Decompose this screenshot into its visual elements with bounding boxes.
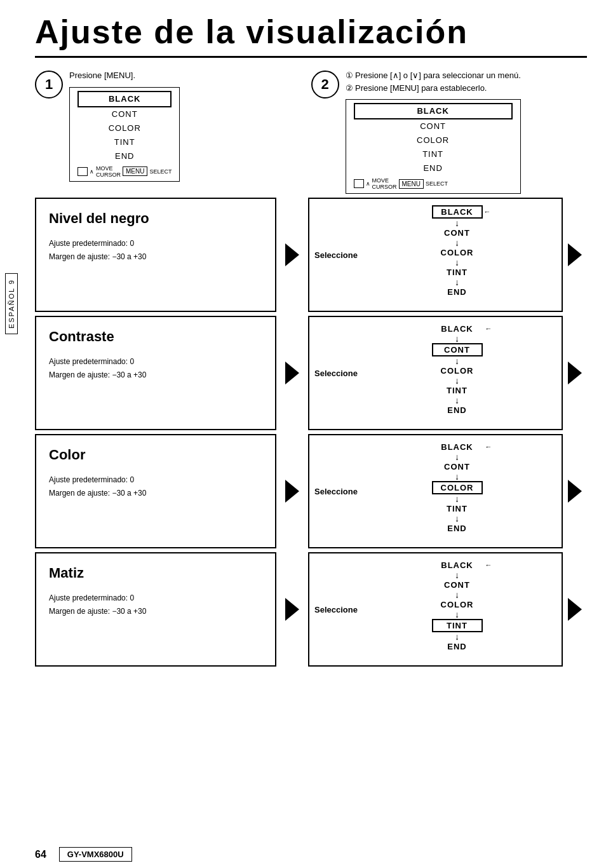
down-arrow-3: ↓ bbox=[455, 494, 459, 503]
down-arrow-1: ↓ bbox=[455, 219, 459, 227]
step2-black: BLACK bbox=[354, 103, 513, 119]
feature-default-contraste: Ajuste predeterminado: 0 bbox=[49, 355, 262, 368]
feature-default-matiz: Ajuste predeterminado: 0 bbox=[49, 592, 262, 604]
select-label-matiz: Seleccione bbox=[314, 605, 358, 614]
menu-item-row-2: ↓COLOR bbox=[432, 238, 483, 258]
feature-left-color: Color Ajuste predeterminado: 0 Margen de… bbox=[35, 434, 276, 548]
down-arrow-4: ↓ bbox=[455, 632, 459, 641]
menu-item-row-3: ↓TINT bbox=[432, 494, 483, 514]
step1-controls: ∧ MOVECURSOR MENU SELECT bbox=[77, 165, 172, 178]
down-arrow-4: ↓ bbox=[455, 396, 459, 405]
step2-menu-btn: MENU bbox=[399, 179, 424, 189]
feature-title-negro: Nivel del negro bbox=[49, 210, 262, 227]
down-arrow-1: ↓ bbox=[455, 452, 459, 461]
menu-item-TINT: TINT bbox=[432, 619, 483, 632]
menu-item-row-3: ↓TINT bbox=[432, 258, 483, 278]
steps-row: 1 Presione [MENU]. BLACK CONT COLOR TINT… bbox=[35, 69, 587, 194]
menu-item-CONT: CONT bbox=[432, 227, 483, 238]
feature-default-negro: Ajuste predeterminado: 0 bbox=[49, 237, 262, 250]
menu-item-COLOR: COLOR bbox=[432, 365, 483, 376]
menu-item-TINT: TINT bbox=[432, 503, 483, 514]
mid-arrow-matiz bbox=[276, 552, 308, 667]
step2-menu: BLACK CONT COLOR TINT END ∧ MOVECURSOR M… bbox=[346, 99, 521, 194]
menu-item-row-1: ↓CONT bbox=[432, 334, 483, 356]
select-label-contraste: Seleccione bbox=[314, 369, 358, 378]
step2-end: END bbox=[354, 161, 513, 175]
down-arrow-3: ↓ bbox=[455, 376, 459, 385]
down-arrow-4: ↓ bbox=[455, 278, 459, 287]
outer-arrow-icon-contraste bbox=[568, 362, 582, 384]
menu-item-END: END bbox=[432, 523, 483, 534]
menu-item-CONT: CONT bbox=[432, 343, 483, 356]
feature-range-color: Margen de ajuste: −30 a +30 bbox=[49, 487, 262, 499]
step2-cont: CONT bbox=[354, 119, 513, 133]
menu-item-TINT: TINT bbox=[432, 267, 483, 278]
feature-range-contraste: Margen de ajuste: −30 a +30 bbox=[49, 369, 262, 381]
feature-right-matiz: SeleccioneBLACK←↓CONT↓COLOR↓TINT↓END bbox=[308, 552, 563, 667]
section-row-contraste: Contraste Ajuste predeterminado: 0 Marge… bbox=[35, 316, 587, 430]
step1-sq bbox=[77, 167, 88, 176]
feature-left-contraste: Contraste Ajuste predeterminado: 0 Marge… bbox=[35, 316, 276, 430]
feature-default-color: Ajuste predeterminado: 0 bbox=[49, 473, 262, 486]
page-number: 64 bbox=[35, 849, 46, 860]
menu-item-row-0: BLACK← bbox=[432, 560, 483, 571]
menu-item-BLACK: BLACK← bbox=[432, 442, 483, 452]
step1-end: END bbox=[77, 149, 172, 163]
step1-black: BLACK bbox=[77, 91, 172, 107]
menu-item-row-4: ↓END bbox=[432, 632, 483, 652]
footer: 64 GY-VMX6800U bbox=[0, 847, 606, 862]
step2-circle: 2 bbox=[311, 71, 339, 98]
outer-arrow-icon-matiz bbox=[568, 598, 582, 621]
menu-item-COLOR: COLOR bbox=[432, 599, 483, 610]
model-number: GY-VMX6800U bbox=[59, 847, 132, 862]
down-arrow-1: ↓ bbox=[455, 334, 459, 343]
mid-arrow-negro bbox=[276, 198, 308, 312]
menu-item-row-4: ↓END bbox=[432, 396, 483, 416]
feature-range-negro: Margen de ajuste: −30 a +30 bbox=[49, 250, 262, 263]
menu-item-row-1: ↓CONT bbox=[432, 571, 483, 590]
step1-text: Presione [MENU]. bbox=[69, 69, 180, 82]
menu-item-row-4: ↓END bbox=[432, 514, 483, 534]
sections-container: Nivel del negro Ajuste predeterminado: 0… bbox=[35, 198, 587, 667]
step2-sq bbox=[354, 179, 364, 188]
feature-left-matiz: Matiz Ajuste predeterminado: 0 Margen de… bbox=[35, 552, 276, 667]
menu-item-BLACK: BLACK← bbox=[432, 323, 483, 334]
menu-item-TINT: TINT bbox=[432, 385, 483, 396]
menu-item-COLOR: COLOR bbox=[432, 481, 483, 494]
feature-left-negro: Nivel del negro Ajuste predeterminado: 0… bbox=[35, 198, 276, 312]
select-label-negro: Seleccione bbox=[314, 250, 358, 260]
down-arrow-3: ↓ bbox=[455, 258, 459, 267]
menu-item-row-3: ↓TINT bbox=[432, 610, 483, 632]
down-arrow-2: ↓ bbox=[455, 356, 459, 365]
step2-tint: TINT bbox=[354, 147, 513, 161]
mid-arrow-contraste bbox=[276, 316, 308, 430]
menu-item-row-2: ↓COLOR bbox=[432, 472, 483, 494]
arrow-right-icon-color bbox=[285, 480, 299, 503]
menu-item-row-2: ↓COLOR bbox=[432, 356, 483, 376]
step1-menu-btn: MENU bbox=[123, 166, 147, 176]
menu-item-END: END bbox=[432, 287, 483, 297]
feature-title-matiz: Matiz bbox=[49, 565, 262, 581]
outer-arrow-icon-negro bbox=[568, 243, 582, 266]
menu-item-BLACK: BLACK← bbox=[432, 205, 483, 219]
down-arrow-2: ↓ bbox=[455, 238, 459, 247]
outer-arrow-contraste bbox=[563, 316, 587, 430]
step1-block: 1 Presione [MENU]. BLACK CONT COLOR TINT… bbox=[35, 69, 311, 182]
menu-item-row-0: BLACK← bbox=[432, 442, 483, 452]
menu-item-CONT: CONT bbox=[432, 580, 483, 590]
step2-controls: ∧ MOVECURSOR MENU SELECT bbox=[354, 177, 513, 190]
menu-list-contraste: BLACK←↓CONT↓COLOR↓TINT↓END bbox=[361, 323, 553, 416]
step1-tint: TINT bbox=[77, 135, 172, 149]
menu-item-row-1: ↓CONT bbox=[432, 219, 483, 238]
menu-item-END: END bbox=[432, 641, 483, 652]
menu-item-END: END bbox=[432, 405, 483, 416]
step1-circle: 1 bbox=[35, 71, 63, 98]
arrow-right-icon-contraste bbox=[285, 362, 299, 384]
feature-right-color: SeleccioneBLACK←↓CONT↓COLOR↓TINT↓END bbox=[308, 434, 563, 548]
menu-item-row-4: ↓END bbox=[432, 278, 483, 297]
menu-list-matiz: BLACK←↓CONT↓COLOR↓TINT↓END bbox=[361, 560, 553, 652]
side-label: ESPAÑOL 9 bbox=[5, 273, 18, 334]
step1-menu: BLACK CONT COLOR TINT END ∧ MOVECURSOR M… bbox=[69, 87, 180, 182]
down-arrow-1: ↓ bbox=[455, 571, 459, 580]
outer-arrow-color bbox=[563, 434, 587, 548]
